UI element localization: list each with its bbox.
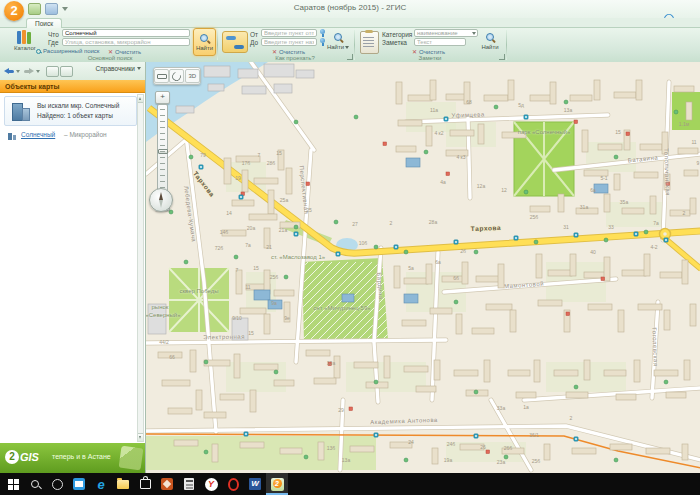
- map-street-label: Уфимцева: [451, 111, 485, 118]
- scroll-up-icon[interactable]: [138, 95, 143, 103]
- title-bar: 2 Саратов (ноябрь 2015) - 2ГИС: [0, 0, 700, 19]
- taskbar-start-icon[interactable]: [2, 473, 24, 495]
- house-number-label: 29: [338, 407, 344, 413]
- forward-history-caret-icon[interactable]: [36, 70, 40, 73]
- house-number-label: 7а: [245, 242, 251, 248]
- chevron-down-icon: [137, 67, 141, 70]
- banner-text: теперь и в Астане: [52, 453, 111, 460]
- house-number-label: 13а: [564, 107, 572, 113]
- magnifier-icon: [485, 32, 496, 43]
- map-objects-header: Объекты карты: [0, 80, 145, 93]
- zoom-slider[interactable]: [157, 104, 168, 198]
- map-place-label: снт «Мичуринец-59»: [313, 305, 370, 311]
- house-number-label: 24: [408, 439, 414, 445]
- house-number-label: 10б: [359, 240, 367, 246]
- dialog-launcher-icon[interactable]: [499, 54, 505, 60]
- taskbar-edge-icon[interactable]: e: [90, 473, 112, 495]
- house-number-label: 79: [200, 152, 206, 158]
- house-number-label: 21: [266, 244, 272, 250]
- taskbar-calculator-icon[interactable]: [178, 473, 200, 495]
- link-tool-icon[interactable]: [46, 66, 59, 77]
- result-info-line1: Вы искали мкр. Солнечный: [37, 102, 119, 109]
- forward-icon[interactable]: [24, 66, 34, 75]
- house-number-label: 2: [570, 415, 573, 421]
- note-input[interactable]: [414, 38, 466, 46]
- house-number-label: 9а: [271, 300, 277, 306]
- tab-search[interactable]: Поиск: [26, 18, 62, 28]
- route-from-input[interactable]: [261, 29, 317, 37]
- house-number-label: 28б: [267, 160, 275, 166]
- map-pin-icon[interactable]: [320, 38, 326, 46]
- house-number-label: 28а: [429, 219, 437, 225]
- route-button[interactable]: [222, 31, 248, 53]
- where-input[interactable]: [62, 38, 190, 46]
- result-info-line2: Найдено: 1 объект карты: [37, 112, 113, 119]
- back-history-caret-icon[interactable]: [16, 70, 20, 73]
- notes-button[interactable]: [360, 31, 379, 54]
- catalog-books-icon: [16, 30, 34, 44]
- dialog-launcher-icon[interactable]: [347, 54, 353, 60]
- taskbar-photos-icon[interactable]: [156, 473, 178, 495]
- taskbar-opera-icon[interactable]: [222, 473, 244, 495]
- sidebar-scrollbar[interactable]: [137, 94, 144, 442]
- from-label: От: [250, 31, 258, 38]
- rotate-tool-button[interactable]: [169, 69, 184, 83]
- ribbon: Каталог Что Где Расширенный поиск ✕ Очис…: [0, 28, 700, 63]
- magnifier-icon: [333, 32, 344, 43]
- taskbar-search-icon[interactable]: [24, 473, 46, 495]
- sidebar: Справочники Объекты карты Вы искали мкр.…: [0, 62, 146, 473]
- advanced-search-link[interactable]: Расширенный поиск: [36, 48, 100, 54]
- note-label: Заметка: [382, 39, 407, 46]
- chevron-down-icon[interactable]: [472, 32, 476, 35]
- 2gis-logo-icon[interactable]: 2: [4, 1, 24, 21]
- expand-tool-icon[interactable]: [60, 66, 73, 77]
- clear-route-link[interactable]: ✕ Очистить: [272, 48, 305, 55]
- house-number-label: 26: [480, 444, 486, 450]
- zoom-in-button[interactable]: +: [155, 91, 170, 104]
- house-number-label: 25а: [280, 197, 288, 203]
- result-type: – Микрорайон: [64, 131, 107, 138]
- house-number-label: 2б: [460, 248, 466, 254]
- map-canvas[interactable]: ТарховаТарховаЛебедева-КумачаПерспективн…: [146, 62, 700, 473]
- find-button-search[interactable]: Найти: [193, 28, 216, 56]
- taskbar-2gis-icon[interactable]: [266, 473, 288, 495]
- house-number-label: 17б: [242, 160, 250, 166]
- house-number-label: 72б: [215, 245, 223, 251]
- result-link[interactable]: Солнечный: [21, 131, 55, 138]
- what-input[interactable]: [62, 29, 190, 37]
- ruler-icon: [157, 74, 167, 79]
- clear-x-icon: ✕: [412, 48, 417, 55]
- building-icon: [10, 101, 30, 121]
- ad-banner[interactable]: 2GIS теперь и в Астане: [0, 443, 145, 473]
- map-place-label: ст. «Маслозавод 1»: [271, 254, 325, 260]
- scroll-down-icon[interactable]: [138, 433, 143, 441]
- back-icon[interactable]: [4, 66, 14, 75]
- taskbar-explorer-icon[interactable]: [112, 473, 134, 495]
- compass[interactable]: [149, 188, 173, 212]
- find-button-notes[interactable]: Найти: [480, 28, 500, 54]
- taskbar-word-icon[interactable]: W: [244, 473, 266, 495]
- house-number-label: 20а: [247, 225, 255, 231]
- route-to-input[interactable]: [261, 38, 317, 46]
- taskbar-taskview-icon[interactable]: [46, 473, 68, 495]
- house-number-label: 31: [563, 224, 569, 230]
- house-number-label: 21а: [279, 227, 287, 233]
- references-button[interactable]: Справочники: [96, 65, 141, 72]
- taskbar-mail-icon[interactable]: [68, 473, 90, 495]
- map-pin-icon[interactable]: [320, 29, 326, 37]
- taskbar-yandex-icon[interactable]: Y: [200, 473, 222, 495]
- house-number-label: 25б: [270, 274, 278, 280]
- house-number-label: 7а: [653, 220, 659, 226]
- ruler-tool-button[interactable]: [154, 69, 169, 83]
- clear-search-link[interactable]: ✕ Очистить: [108, 48, 141, 55]
- category-select[interactable]: наименование: [414, 29, 478, 37]
- find-button-route[interactable]: Найти: [328, 28, 348, 54]
- view-3d-button[interactable]: 3D: [185, 69, 200, 83]
- to-label: До: [250, 39, 258, 46]
- map-place-label: парк «Солнечный»: [518, 129, 570, 135]
- taskbar-store-icon[interactable]: [134, 473, 156, 495]
- house-number-label: 15: [276, 150, 282, 156]
- house-number-label: 11: [691, 139, 696, 145]
- clear-notes-link[interactable]: ✕ Очистить: [412, 48, 445, 55]
- result-row[interactable]: Солнечный – Микрорайон: [4, 130, 135, 142]
